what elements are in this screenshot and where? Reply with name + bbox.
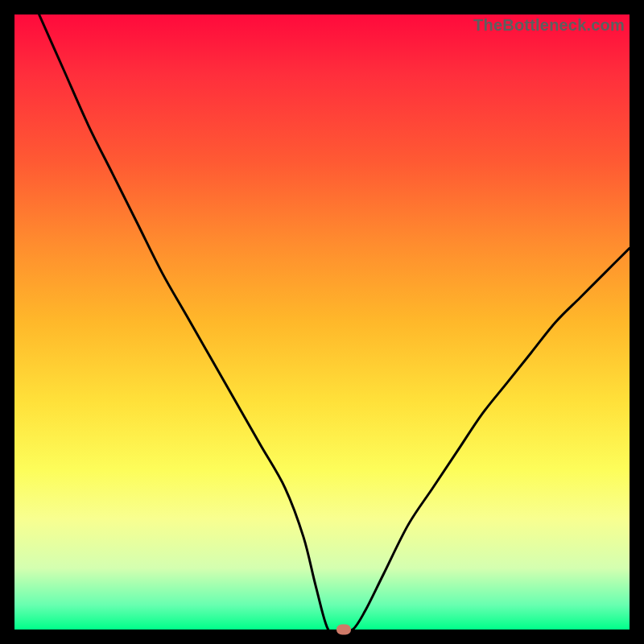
chart-container: TheBottleneck.com — [0, 0, 644, 644]
optimal-marker — [336, 625, 351, 635]
bottleneck-curve — [14, 14, 630, 630]
plot-area: TheBottleneck.com — [14, 14, 630, 630]
